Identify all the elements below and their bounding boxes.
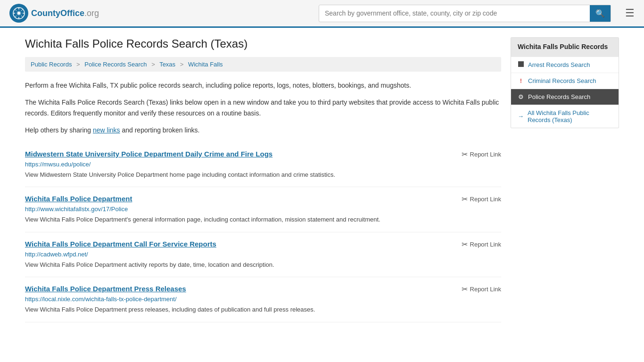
content-area: Wichita Falls Police Records Search (Tex… (25, 37, 501, 322)
sidebar-item-arrest-records[interactable]: Arrest Records Search (511, 57, 619, 73)
intro-paragraph-2: The Wichita Falls Police Records Search … (25, 97, 501, 118)
sidebar-item-all-records-label: All Wichita Falls Public Records (Texas) (528, 109, 612, 123)
record-title-link[interactable]: Midwestern State University Police Depar… (25, 150, 272, 158)
sidebar-section-public-records: Wichita Falls Public Records Arrest Reco… (511, 37, 619, 128)
intro-paragraph-3: Help others by sharing new links and rep… (25, 125, 501, 135)
record-header: Wichita Falls Police Department Call For… (25, 240, 501, 249)
sidebar-item-police-records-label: Police Records Search (528, 93, 590, 100)
breadcrumb-sep-2: > (151, 61, 155, 68)
sidebar-item-criminal-records[interactable]: ! Criminal Records Search (511, 73, 619, 89)
breadcrumb-sep-1: > (76, 61, 80, 68)
sidebar-item-police-records[interactable]: ⚙ Police Records Search (511, 89, 619, 105)
scissors-icon: ✂ (462, 240, 468, 249)
gear-icon: ⚙ (518, 93, 524, 100)
report-link-label: Report Link (470, 196, 501, 203)
report-link-label: Report Link (470, 286, 501, 293)
scissors-icon: ✂ (462, 150, 468, 159)
breadcrumb-public-records[interactable]: Public Records (31, 61, 72, 68)
global-search-bar: 🔍 (319, 5, 611, 22)
record-item: Midwestern State University Police Depar… (25, 142, 501, 188)
page-title: Wichita Falls Police Records Search (Tex… (25, 37, 501, 50)
report-link-button[interactable]: ✂ Report Link (462, 195, 501, 204)
record-url: https://mwsu.edu/police/ (25, 161, 501, 168)
report-link-label: Report Link (470, 241, 501, 248)
record-description: View Wichita Falls Police Department pre… (25, 305, 501, 314)
scissors-icon: ✂ (462, 285, 468, 294)
report-link-button[interactable]: ✂ Report Link (462, 240, 501, 249)
record-header: Midwestern State University Police Depar… (25, 150, 501, 159)
report-link-button[interactable]: ✂ Report Link (462, 285, 501, 294)
report-link-label: Report Link (470, 151, 501, 158)
breadcrumb-wichita-falls[interactable]: Wichita Falls (188, 61, 223, 68)
arrow-icon: → (518, 113, 524, 120)
breadcrumb-texas[interactable]: Texas (159, 61, 175, 68)
intro-paragraph-1: Perform a free Wichita Falls, TX public … (25, 80, 501, 90)
sidebar-item-criminal-records-label: Criminal Records Search (528, 77, 596, 84)
record-title-link[interactable]: Wichita Falls Police Department Call For… (25, 240, 216, 248)
search-input[interactable] (319, 6, 590, 21)
sidebar-item-arrest-records-label: Arrest Records Search (528, 61, 590, 68)
scissors-icon: ✂ (462, 195, 468, 204)
breadcrumb-sep-3: > (180, 61, 184, 68)
sidebar-item-all-records[interactable]: → All Wichita Falls Public Records (Texa… (511, 105, 619, 128)
record-description: View Wichita Falls Police Department's g… (25, 215, 501, 224)
record-item: Wichita Falls Police Department Call For… (25, 232, 501, 278)
record-header: Wichita Falls Police Department ✂ Report… (25, 195, 501, 204)
record-description: View Midwestern State University Police … (25, 170, 501, 180)
search-icon: 🔍 (595, 9, 605, 17)
record-item: Wichita Falls Police Department Press Re… (25, 277, 501, 322)
site-logo[interactable]: CountyOffice.org (9, 4, 99, 23)
logo-icon (9, 4, 28, 23)
logo-text: CountyOffice.org (31, 8, 99, 18)
new-links-link[interactable]: new links (93, 126, 120, 134)
record-title-link[interactable]: Wichita Falls Police Department Press Re… (25, 285, 186, 293)
sidebar-title: Wichita Falls Public Records (511, 38, 619, 57)
record-url: http://cadweb.wfpd.net/ (25, 251, 501, 258)
record-url: https://local.nixle.com/wichita-falls-tx… (25, 296, 501, 303)
record-description: View Wichita Falls Police Department act… (25, 260, 501, 270)
sidebar: Wichita Falls Public Records Arrest Reco… (511, 37, 619, 322)
search-button[interactable]: 🔍 (590, 5, 611, 22)
report-link-button[interactable]: ✂ Report Link (462, 150, 501, 159)
breadcrumb: Public Records > Police Records Search >… (25, 57, 501, 72)
record-url: http://www.wichitafallstx.gov/17/Police (25, 206, 501, 213)
svg-point-2 (17, 12, 20, 15)
record-header: Wichita Falls Police Department Press Re… (25, 285, 501, 294)
menu-icon[interactable]: ☰ (625, 7, 635, 19)
site-header: CountyOffice.org 🔍 ☰ (0, 0, 644, 28)
record-title-link[interactable]: Wichita Falls Police Department (25, 195, 132, 203)
square-icon (518, 61, 524, 68)
exclaim-icon: ! (518, 77, 524, 84)
main-container: Wichita Falls Police Records Search (Tex… (16, 28, 628, 332)
breadcrumb-police-records-search[interactable]: Police Records Search (84, 61, 147, 68)
records-list: Midwestern State University Police Depar… (25, 142, 501, 322)
record-item: Wichita Falls Police Department ✂ Report… (25, 187, 501, 232)
